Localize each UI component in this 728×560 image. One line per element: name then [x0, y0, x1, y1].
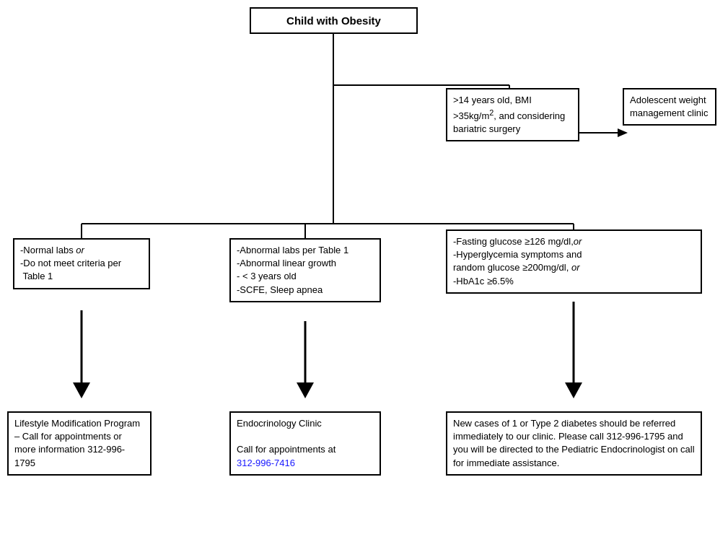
- endocrinology-title: Endocrinology Clinic: [237, 418, 322, 429]
- lifestyle-text: Lifestyle Modification Program – Call fo…: [14, 418, 140, 468]
- abnormal-labs-box: -Abnormal labs per Table 1-Abnormal line…: [229, 238, 381, 302]
- fasting-glucose-text: -Fasting glucose ≥126 mg/dl,or-Hyperglyc…: [453, 236, 582, 286]
- diabetes-text: New cases of 1 or Type 2 diabetes should…: [453, 418, 695, 468]
- svg-marker-11: [73, 382, 90, 398]
- bariatric-box: >14 years old, BMI >35kg/m2, and conside…: [446, 88, 579, 141]
- endocrinology-box: Endocrinology Clinic Call for appointmen…: [229, 411, 381, 476]
- lifestyle-box: Lifestyle Modification Program – Call fo…: [7, 411, 152, 476]
- svg-marker-4: [618, 128, 628, 137]
- adolescent-label: Adolescent weight management clinic: [630, 95, 708, 118]
- endocrinology-call-label: Call for appointments at: [237, 444, 336, 455]
- svg-marker-15: [565, 382, 582, 398]
- adolescent-box: Adolescent weight management clinic: [623, 88, 716, 126]
- endocrinology-phone: 312-996-7416: [237, 458, 295, 468]
- normal-labs-text: -Normal labs or-Do not meet criteria per…: [20, 245, 121, 281]
- top-box: Child with Obesity: [250, 7, 418, 34]
- top-box-label: Child with Obesity: [286, 14, 381, 27]
- diabetes-box: New cases of 1 or Type 2 diabetes should…: [446, 411, 702, 476]
- flowchart: Child with Obesity >14 years old, BMI >3…: [0, 0, 728, 560]
- abnormal-labs-text: -Abnormal labs per Table 1-Abnormal line…: [237, 245, 348, 295]
- svg-marker-13: [297, 382, 314, 398]
- fasting-glucose-box: -Fasting glucose ≥126 mg/dl,or-Hyperglyc…: [446, 229, 702, 294]
- normal-labs-box: -Normal labs or-Do not meet criteria per…: [13, 238, 150, 289]
- bariatric-text: >14 years old, BMI >35kg/m2, and conside…: [453, 95, 565, 134]
